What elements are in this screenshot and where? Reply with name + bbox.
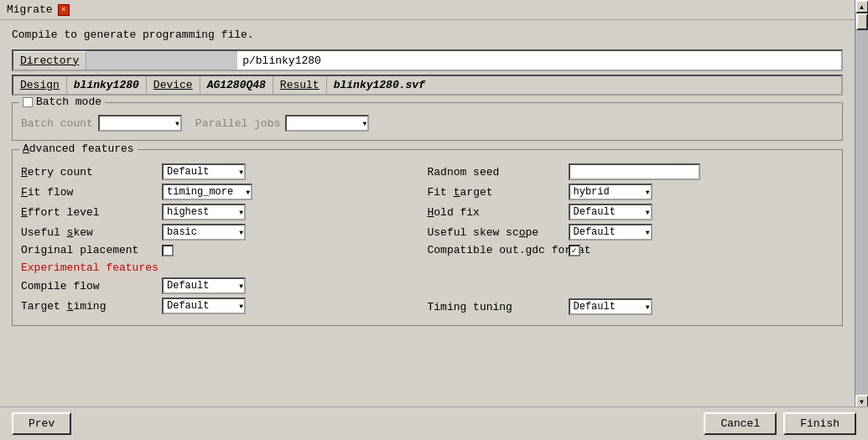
title-bar: Migrate ×: [0, 0, 868, 20]
useful-skew-select[interactable]: basicnoneall: [162, 224, 246, 241]
design-row: Design blinky1280 Device AG1280Q48 Resul…: [12, 75, 843, 96]
fit-flow-select-wrap[interactable]: timing_moredefaulttiming_less: [162, 184, 252, 200]
experimental-spacer: [428, 258, 834, 277]
batch-count-label: Batch count: [21, 117, 93, 130]
fit-target-label: Fit target: [428, 186, 562, 199]
target-timing-select-wrap[interactable]: Default01: [162, 298, 246, 314]
close-button[interactable]: ×: [58, 4, 70, 16]
scroll-track[interactable]: [855, 13, 868, 395]
random-seed-row: Radnom seed: [428, 162, 834, 182]
main-content: Compile to generate programming file. Di…: [0, 20, 868, 334]
target-timing-label: Target timing: [21, 300, 155, 313]
batch-legend: Batch mode: [19, 96, 105, 108]
directory-label: Directory: [13, 52, 86, 70]
useful-skew-row: Useful skew basicnoneall: [21, 222, 428, 242]
directory-row: Directory p/blinky1280: [12, 49, 843, 71]
compile-flow-select-wrap[interactable]: Defaultnormalfast: [162, 277, 246, 294]
compile-flow-row: Compile flow Defaultnormalfast: [21, 276, 428, 296]
effort-level-label: Effort level: [21, 206, 155, 219]
advanced-legend-text: dvanced features: [29, 142, 134, 155]
batch-count-select[interactable]: 124: [98, 115, 182, 132]
cancel-button[interactable]: Cancel: [704, 412, 777, 435]
fit-flow-select[interactable]: timing_moredefaulttiming_less: [162, 184, 252, 200]
target-timing-row: Target timing Default01: [21, 296, 428, 316]
advanced-group: Advanced features Retry count Default012…: [12, 149, 843, 326]
effort-level-row: Effort level highesthighmediumlow: [21, 202, 428, 222]
useful-skew-scope-select-wrap[interactable]: Defaultallclock: [569, 224, 652, 241]
device-value: AG1280Q48: [200, 76, 273, 94]
right-buttons: Cancel Finish: [704, 412, 856, 435]
advanced-legend: Advanced features: [19, 142, 138, 155]
hold-fix-label: Hold fix: [428, 206, 562, 219]
retry-count-select[interactable]: Default0125: [162, 163, 246, 180]
useful-skew-scope-select[interactable]: Defaultallclock: [569, 224, 652, 241]
hold-fix-select-wrap[interactable]: Defaultoffon: [569, 204, 652, 220]
design-value: blinky1280: [67, 76, 147, 94]
batch-inner: Batch count 124 Parallel jobs 124: [21, 115, 834, 132]
parallel-jobs-label: Parallel jobs: [195, 117, 280, 130]
hold-fix-row: Hold fix Defaultoffon: [428, 202, 834, 222]
directory-blur: [86, 51, 237, 70]
result-value: blinky1280.svf: [327, 76, 432, 94]
target-timing-select[interactable]: Default01: [162, 298, 246, 314]
useful-skew-scope-row: Useful skew scope Defaultallclock: [428, 222, 834, 242]
prev-button[interactable]: Prev: [12, 412, 71, 435]
compatible-gdc-row: Compatible out.gdc format: [428, 242, 834, 258]
window-title: Migrate: [7, 3, 53, 16]
hold-fix-select[interactable]: Defaultoffon: [569, 204, 652, 220]
timing-tuning-label: Timing tuning: [428, 301, 562, 313]
scroll-thumb[interactable]: [856, 13, 868, 30]
effort-level-select-wrap[interactable]: highesthighmediumlow: [162, 204, 246, 220]
parallel-jobs-select[interactable]: 124: [285, 115, 369, 132]
useful-skew-label: Useful skew: [21, 226, 155, 239]
original-placement-checkbox[interactable]: [162, 245, 174, 256]
compile-flow-select[interactable]: Defaultnormalfast: [162, 277, 246, 294]
useful-skew-select-wrap[interactable]: basicnoneall: [162, 224, 246, 241]
scroll-up-arrow[interactable]: ▲: [855, 0, 869, 13]
fit-flow-row: Fit flow timing_moredefaulttiming_less: [21, 182, 428, 202]
timing-tuning-row: Timing tuning Defaultoffon: [428, 297, 834, 317]
retry-count-label: Retry count: [21, 166, 155, 179]
device-label: Device: [147, 76, 200, 94]
compile-flow-spacer: [428, 277, 834, 297]
batch-group: Batch mode Batch count 124 Parallel jobs…: [12, 102, 843, 141]
compile-flow-label: Compile flow: [21, 280, 155, 292]
retry-count-row: Retry count Default0125: [21, 162, 428, 182]
batch-mode-label: Batch mode: [36, 96, 101, 108]
original-placement-label: Original placement: [21, 244, 155, 256]
right-col: Radnom seed Fit target hybridtimingarea …: [428, 162, 834, 317]
compile-description: Compile to generate programming file.: [12, 28, 843, 41]
fit-target-select-wrap[interactable]: hybridtimingarea: [569, 184, 652, 200]
random-seed-input[interactable]: [569, 163, 700, 180]
design-label: Design: [13, 76, 67, 94]
fit-target-row: Fit target hybridtimingarea: [428, 182, 834, 202]
fit-flow-label: Fit flow: [21, 186, 155, 199]
original-placement-row: Original placement: [21, 242, 428, 258]
effort-level-select[interactable]: highesthighmediumlow: [162, 204, 246, 220]
bottom-bar: Prev Cancel Finish: [0, 406, 868, 440]
compatible-gdc-checkbox[interactable]: [569, 245, 580, 256]
experimental-label: Experimental features: [21, 261, 428, 274]
scrollbar-right: ▲ ▼: [855, 0, 868, 408]
batch-mode-checkbox[interactable]: [23, 97, 33, 107]
finish-button[interactable]: Finish: [783, 412, 856, 435]
compatible-gdc-label: Compatible out.gdc format: [428, 244, 562, 256]
retry-count-select-wrap[interactable]: Default0125: [162, 163, 246, 180]
useful-skew-scope-label: Useful skew scope: [428, 226, 562, 239]
fit-target-select[interactable]: hybridtimingarea: [569, 184, 652, 200]
timing-tuning-select-wrap[interactable]: Defaultoffon: [569, 298, 652, 315]
directory-path: p/blinky1280: [237, 52, 326, 70]
timing-tuning-select[interactable]: Defaultoffon: [569, 298, 652, 315]
parallel-jobs-select-wrap[interactable]: 124: [285, 115, 369, 132]
batch-count-select-wrap[interactable]: 124: [98, 115, 182, 132]
result-label: Result: [273, 76, 327, 94]
parallel-jobs-field: Parallel jobs 124: [195, 115, 369, 132]
advanced-grid: Retry count Default0125 Fit flow timing_…: [21, 162, 834, 317]
random-seed-label: Radnom seed: [428, 166, 562, 179]
batch-count-field: Batch count 124: [21, 115, 182, 132]
left-col: Retry count Default0125 Fit flow timing_…: [21, 162, 428, 317]
